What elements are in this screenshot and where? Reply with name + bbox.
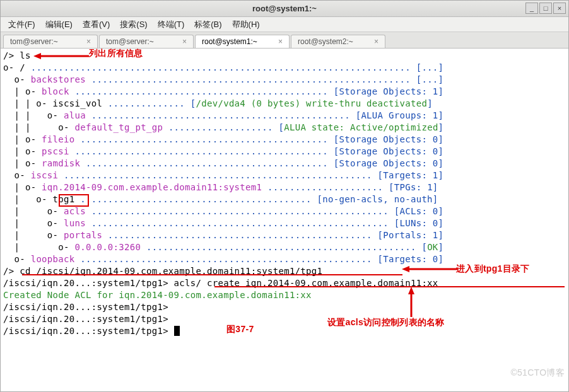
window-buttons: _ □ ×	[525, 3, 566, 14]
tab-3[interactable]: root@system2:~×	[291, 35, 385, 48]
term-line: | o- iqn.2014-09.com.example.domain11:sy…	[3, 182, 566, 193]
term-line: | o- luns ..............................…	[3, 217, 566, 229]
term-line: | o- ramdisk ...........................…	[3, 158, 566, 170]
term-line: | o- pscsi .............................…	[3, 146, 566, 158]
term-line: /> ls	[3, 50, 566, 62]
term-line: /iscsi/iqn.20...:system1/tpg1> acls/ cre…	[3, 277, 566, 289]
term-line: | | o- iscsi_vol .............. [/dev/vd…	[3, 98, 566, 110]
minimize-button[interactable]: _	[525, 3, 538, 14]
term-line: o- / ...................................…	[3, 62, 566, 74]
app-window: root@system1:~ _ □ × 文件(F) 编辑(E) 查看(V) 搜…	[0, 0, 569, 392]
menu-help[interactable]: 帮助(H)	[228, 18, 264, 32]
term-line: o- backstores ..........................…	[3, 74, 566, 86]
close-icon[interactable]: ×	[278, 37, 283, 46]
tab-label: tom@server:~	[10, 37, 58, 46]
term-line: o- loopback ............................…	[3, 253, 566, 265]
term-line: | o- acls ..............................…	[3, 205, 566, 217]
term-line: | | o- default_tg_pt_gp ................…	[3, 122, 566, 134]
menubar: 文件(F) 编辑(E) 查看(V) 搜索(S) 终端(T) 标签(B) 帮助(H…	[1, 17, 568, 32]
term-line: Created Node ACL for iqn.2014-09.com.exa…	[3, 289, 566, 301]
close-icon[interactable]: ×	[182, 37, 187, 46]
menu-file[interactable]: 文件(F)	[4, 18, 39, 32]
term-line: | | o- alua ............................…	[3, 110, 566, 122]
term-line: | o- portals ...........................…	[3, 229, 566, 241]
menu-edit[interactable]: 编辑(E)	[42, 18, 76, 32]
maximize-button[interactable]: □	[539, 3, 552, 14]
term-line: /> cd /iscsi/iqn.2014-09.com.example.dom…	[3, 265, 566, 277]
term-line: | o- fileio ............................…	[3, 134, 566, 146]
menu-terminal[interactable]: 终端(T)	[154, 18, 189, 32]
close-button[interactable]: ×	[553, 3, 566, 14]
term-line: /iscsi/iqn.20...:system1/tpg1>	[3, 313, 566, 325]
tab-1[interactable]: tom@server:~×	[99, 35, 194, 48]
close-icon[interactable]: ×	[374, 37, 378, 46]
term-line: | o- tpg1 ..............................…	[3, 193, 566, 205]
tab-label: root@system2:~	[298, 37, 353, 46]
term-line: /iscsi/iqn.20...:system1/tpg1>	[3, 325, 566, 337]
close-icon[interactable]: ×	[86, 37, 91, 46]
tab-label: root@system1:~	[202, 37, 257, 46]
menu-view[interactable]: 查看(V)	[79, 18, 114, 32]
watermark: ©51CTO博客	[510, 367, 565, 379]
term-line: | o- 0.0.0.0:3260 ......................…	[3, 241, 566, 253]
term-line: o- iscsi ...............................…	[3, 170, 566, 182]
tabbar: tom@server:~× tom@server:~× root@system1…	[1, 32, 568, 49]
tab-label: tom@server:~	[106, 37, 154, 46]
terminal-area[interactable]: /> ls o- / .............................…	[1, 49, 568, 391]
window-title: root@system1:~	[252, 4, 317, 13]
cursor	[174, 326, 180, 336]
titlebar: root@system1:~ _ □ ×	[1, 1, 568, 17]
term-line: /iscsi/iqn.20...:system1/tpg1>	[3, 301, 566, 313]
tab-0[interactable]: tom@server:~×	[3, 35, 98, 48]
term-line: | o- block .............................…	[3, 86, 566, 98]
menu-search[interactable]: 搜索(S)	[116, 18, 151, 32]
menu-tabs[interactable]: 标签(B)	[191, 18, 225, 32]
tab-2[interactable]: root@system1:~×	[195, 35, 290, 48]
